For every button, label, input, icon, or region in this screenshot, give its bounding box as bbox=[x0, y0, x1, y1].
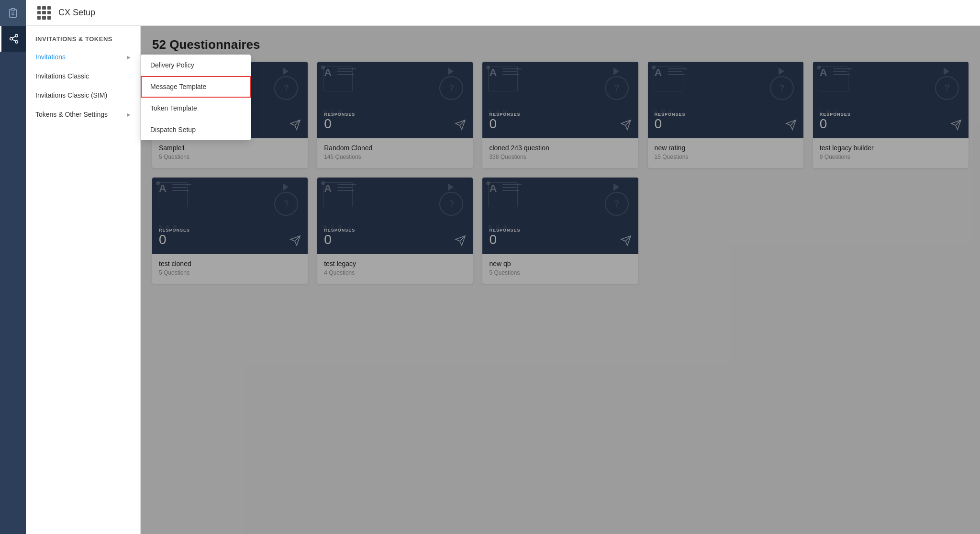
chevron-right-icon: ▶ bbox=[127, 55, 131, 60]
flyout-token-template[interactable]: Token Template bbox=[141, 98, 251, 119]
svg-rect-0 bbox=[11, 9, 14, 11]
flyout-menu: Delivery Policy Message Template Token T… bbox=[141, 55, 251, 140]
svg-line-7 bbox=[12, 36, 15, 38]
topbar: CX Setup bbox=[26, 0, 980, 26]
sidebar-item-invitations-classic-sim[interactable]: Invitations Classic (SIM) bbox=[26, 86, 140, 105]
grid-area: 52 Questionnaires A ? ☺ ☺ bbox=[141, 26, 980, 534]
svg-point-3 bbox=[15, 34, 18, 37]
content-area: Invitations & Tokens Invitations ▶ Invit… bbox=[26, 26, 980, 534]
svg-point-4 bbox=[10, 37, 12, 40]
chevron-right-icon-tokens: ▶ bbox=[127, 112, 131, 117]
overlay-dim[interactable] bbox=[141, 26, 980, 534]
sidebar bbox=[0, 0, 26, 534]
sidebar-clipboard-icon[interactable] bbox=[0, 0, 26, 26]
flyout-message-template[interactable]: Message Template bbox=[141, 76, 251, 98]
app-title: CX Setup bbox=[58, 8, 95, 18]
sidebar-item-invitations-classic[interactable]: Invitations Classic bbox=[26, 67, 140, 86]
sidebar-item-invitations[interactable]: Invitations ▶ bbox=[26, 47, 140, 67]
app-grid-icon[interactable] bbox=[37, 6, 51, 20]
sidebar-item-tokens[interactable]: Tokens & Other Settings ▶ bbox=[26, 105, 140, 124]
svg-line-6 bbox=[12, 39, 15, 41]
flyout-delivery-policy[interactable]: Delivery Policy bbox=[141, 55, 251, 76]
main-container: CX Setup Invitations & Tokens Invitation… bbox=[26, 0, 980, 534]
left-nav: Invitations & Tokens Invitations ▶ Invit… bbox=[26, 26, 141, 534]
left-nav-section-title: Invitations & Tokens bbox=[26, 26, 140, 47]
sidebar-share-icon[interactable] bbox=[0, 26, 26, 52]
flyout-dispatch-setup[interactable]: Dispatch Setup bbox=[141, 119, 251, 140]
svg-point-5 bbox=[15, 41, 18, 44]
